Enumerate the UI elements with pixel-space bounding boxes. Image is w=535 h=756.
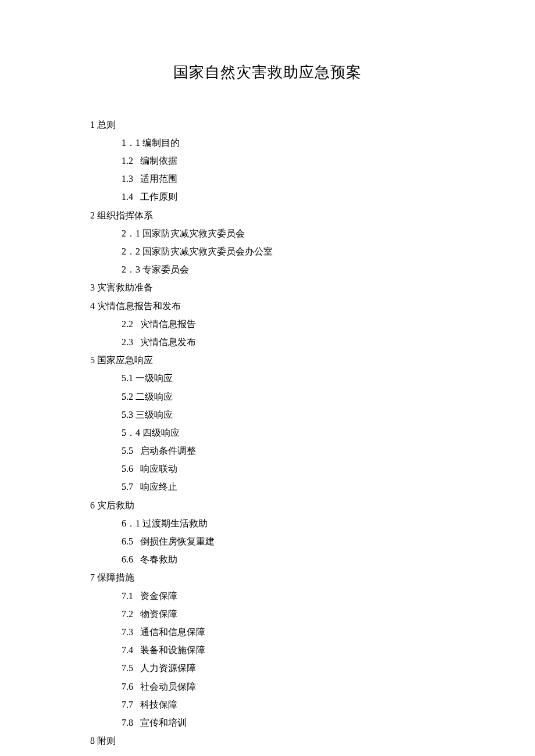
toc-entry-text: 7.7 科技保障 [122,700,177,710]
toc-entry-text: 1.2 编制依据 [122,156,177,166]
toc-entry-text: 1.4 工作原则 [122,192,177,202]
toc-entry: 6．1 过渡期生活救助 [90,514,445,532]
toc-entry-text: 2 组织指挥体系 [90,210,153,220]
toc-entry: 2．1 国家防灾减灾救灾委员会 [90,224,445,242]
toc-entry: 5.6 响应联动 [90,460,445,478]
toc-entry-text: 5.7 响应终止 [122,482,177,492]
toc-entry-text: 2.2 灾情信息报告 [122,319,196,329]
toc-entry: 5．4 四级响应 [90,424,445,442]
toc-entry: 6 灾后救助 [90,496,445,514]
toc-entry: 5.2 二级响应 [90,388,445,406]
toc-entry: 1．1 编制目的 [90,134,445,152]
toc-entry-text: 6.6 冬春救助 [122,554,177,564]
toc-entry-text: 2．3 专家委员会 [122,264,189,274]
toc-entry-text: 5.3 三级响应 [122,410,173,420]
toc-entry-text: 3 灾害救助准备 [90,282,153,292]
toc-entry-text: 7 保障措施 [90,572,134,582]
toc-entry-text: 1 总则 [90,120,116,130]
toc-entry: 7.1 资金保障 [90,587,445,605]
toc-entry: 7.4 装备和设施保障 [90,641,445,659]
toc-entry-text: 4 灾情信息报告和发布 [90,301,181,311]
toc-entry: 7.7 科技保障 [90,696,445,714]
toc-entry: 2 组织指挥体系 [90,206,445,224]
toc-entry-text: 2．2 国家防灾减灾救灾委员会办公室 [122,246,273,256]
toc-entry: 5 国家应急响应 [90,351,445,369]
toc-entry: 2．3 专家委员会 [90,260,445,278]
toc-entry: 2．2 国家防灾减灾救灾委员会办公室 [90,242,445,260]
toc-entry: 3 灾害救助准备 [90,278,445,296]
toc-entry: 5.5 启动条件调整 [90,442,445,460]
toc-entry: 7.8 宣传和培训 [90,714,445,732]
toc-entry: 7 保障措施 [90,568,445,586]
toc-entry-text: 1.3 适用范围 [122,174,177,184]
toc-entry-text: 7.8 宣传和培训 [122,718,187,728]
table-of-contents: 1 总则1．1 编制目的1.2 编制依据1.3 适用范围1.4 工作原则2 组织… [90,116,445,750]
toc-entry: 7.3 通信和信息保障 [90,623,445,641]
toc-entry-text: 5.6 响应联动 [122,464,177,474]
toc-entry-text: 2．1 国家防灾减灾救灾委员会 [122,228,245,238]
toc-entry: 2.2 灾情信息报告 [90,315,445,333]
toc-entry-text: 7.6 社会动员保障 [122,682,196,691]
toc-entry-text: 6．1 过渡期生活救助 [122,518,208,528]
toc-entry-text: 7.4 装备和设施保障 [122,645,205,655]
toc-entry-text: 6 灾后救助 [90,500,134,510]
document-title: 国家自然灾害救助应急预案 [90,58,445,88]
toc-entry-text: 1．1 编制目的 [122,138,180,148]
toc-entry: 6.6 冬春救助 [90,550,445,568]
toc-entry-text: 8 附则 [90,736,116,746]
toc-entry: 5.7 响应终止 [90,478,445,496]
toc-entry-text: 7.3 通信和信息保障 [122,627,205,637]
toc-entry: 1 总则 [90,116,445,134]
toc-entry: 6.5 倒损住房恢复重建 [90,532,445,550]
toc-entry: 7.5 人力资源保障 [90,659,445,677]
toc-entry-text: 5.1 一级响应 [122,373,173,383]
toc-entry-text: 7.2 物资保障 [122,609,177,619]
toc-entry-text: 5．4 四级响应 [122,428,180,438]
toc-entry-text: 7.1 资金保障 [122,591,177,601]
toc-entry-text: 6.5 倒损住房恢复重建 [122,536,215,546]
toc-entry-text: 5 国家应急响应 [90,355,153,365]
toc-entry: 5.1 一级响应 [90,369,445,387]
toc-entry-text: 5.2 二级响应 [122,392,173,402]
toc-entry: 4 灾情信息报告和发布 [90,297,445,315]
toc-entry: 5.3 三级响应 [90,406,445,424]
toc-entry: 1.4 工作原则 [90,188,445,206]
toc-entry: 8 附则 [90,732,445,750]
toc-entry-text: 2.3 灾情信息发布 [122,337,196,347]
toc-entry-text: 5.5 启动条件调整 [122,446,196,456]
toc-entry: 7.2 物资保障 [90,605,445,623]
toc-entry: 1.2 编制依据 [90,152,445,170]
toc-entry: 7.6 社会动员保障 [90,678,445,696]
toc-entry-text: 7.5 人力资源保障 [122,663,196,673]
toc-entry: 2.3 灾情信息发布 [90,333,445,351]
toc-entry: 1.3 适用范围 [90,170,445,188]
